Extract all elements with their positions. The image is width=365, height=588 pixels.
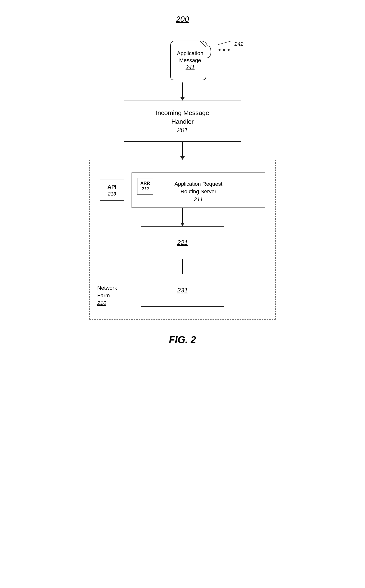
diagram-title: 200 (176, 15, 189, 24)
imh-number: 201 (129, 126, 236, 134)
app-message-area: Application Message 241 242 ••• (72, 38, 293, 82)
arrow-2 (180, 156, 185, 160)
arrs-box: ARR 212 Application RequestRouting Serve… (132, 173, 265, 208)
dots-symbol: ••• (218, 46, 232, 54)
arr-inner-box: ARR 212 (137, 178, 153, 195)
connector-arrs-to-221 (180, 208, 185, 226)
svg-line-0 (218, 41, 232, 45)
app-message-number: 241 (177, 64, 203, 71)
box-221-number: 221 (146, 239, 219, 246)
arr-label: ARR (140, 181, 150, 186)
nf-text: NetworkFarm (97, 285, 117, 299)
network-farm-label: NetworkFarm 210 (97, 284, 117, 307)
api-arrs-row: API 213 ARR 212 Application RequestRouti… (100, 173, 265, 208)
arrs-label: Application RequestRouting Server (174, 181, 222, 195)
line-4 (182, 259, 183, 274)
arr-number: 212 (140, 186, 150, 192)
line-2 (182, 142, 183, 156)
app-message-text: Application Message 241 (177, 50, 203, 71)
imh-label: Incoming MessageHandler (156, 109, 209, 125)
dots-ref-label: 242 (234, 41, 243, 47)
network-farm-container: API 213 ARR 212 Application RequestRouti… (89, 160, 276, 320)
connector-221-to-231 (182, 259, 183, 274)
dots-area: 242 ••• (218, 40, 243, 54)
app-message-shape: Application Message 241 (166, 38, 215, 82)
api-number: 213 (103, 191, 121, 197)
incoming-message-handler-box: Incoming MessageHandler 201 (124, 101, 241, 142)
arrow-3 (180, 223, 185, 226)
nf-number: 210 (97, 300, 117, 307)
api-box: API 213 (100, 180, 124, 201)
api-label: API (108, 184, 117, 190)
connector-imh-to-farm (180, 142, 185, 160)
arrow-1 (180, 97, 185, 101)
box-231-number: 231 (146, 287, 219, 294)
connector-app-to-imh (180, 82, 185, 101)
line-3 (182, 208, 183, 223)
line-1 (182, 82, 183, 97)
box-221: 221 (141, 226, 224, 259)
app-message-label: Application Message (177, 50, 203, 63)
fig-label: FIG. 2 (169, 334, 196, 345)
diagram-container: 200 Application Message 241 (72, 15, 293, 345)
arrs-number: 211 (174, 196, 222, 203)
box-231: 231 (141, 274, 224, 307)
